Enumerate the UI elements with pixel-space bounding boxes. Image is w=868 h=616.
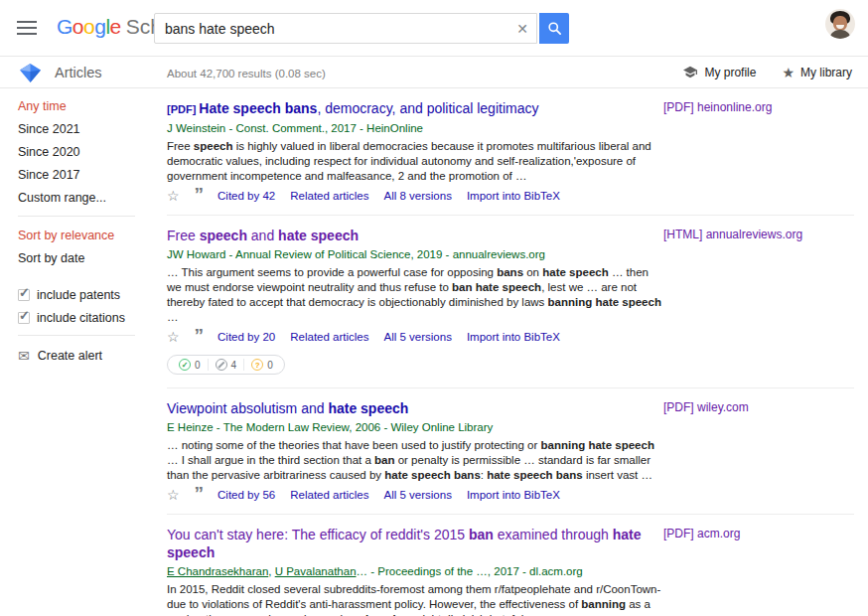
my-library-label: My library: [800, 66, 852, 79]
cited-by-link[interactable]: Cited by 20: [217, 331, 275, 343]
all-versions-link[interactable]: All 8 versions: [384, 190, 452, 202]
result-actions: ☆”Cited by 20Related articlesAll 5 versi…: [167, 331, 854, 343]
search-result: You can't stay here: The efficacy of red…: [167, 515, 854, 616]
result-side-link[interactable]: [HTML] annualreviews.org: [663, 228, 802, 241]
sidebar-divider: [18, 335, 135, 336]
search-input[interactable]: [165, 14, 507, 43]
result-side-link[interactable]: [PDF] heinonline.org: [663, 100, 772, 114]
sidebar-filter-since-2017[interactable]: Since 2017: [18, 168, 147, 183]
google-logo-letters: Google: [57, 15, 121, 38]
search-box: ✕: [154, 13, 537, 44]
checkbox-icon: ✓: [18, 312, 30, 324]
related-articles-link[interactable]: Related articles: [290, 489, 368, 501]
result-title[interactable]: Viewpoint absolutism and hate speech: [167, 399, 663, 417]
result-snippet: In 2015, Reddit closed several subreddit…: [167, 582, 663, 616]
my-profile-label: My profile: [704, 66, 756, 79]
search-icon: [547, 21, 562, 36]
sidebar-sort-sort-by-date[interactable]: Sort by date: [18, 251, 147, 266]
sidebar-filter-since-2020[interactable]: Since 2020: [18, 145, 147, 160]
create-alert-button[interactable]: ✉ Create alert: [18, 348, 147, 364]
result-snippet: … noting some of the theories that have …: [167, 438, 663, 483]
avatar-body: [829, 30, 851, 39]
my-profile-link[interactable]: My profile: [682, 65, 756, 80]
scite-badge[interactable]: ✓04?0: [167, 355, 285, 375]
result-authors[interactable]: E Heinze - The Modern Law Review, 2006 -…: [167, 420, 663, 435]
sidebar-sort-sort-by-relevance[interactable]: Sort by relevance: [18, 229, 147, 243]
result-actions: ☆”Cited by 56Related articlesAll 5 versi…: [167, 489, 854, 501]
search-result: Free speech and hate speechJW Howard - A…: [167, 216, 854, 388]
results-list: [PDF]Hate speech bans, democracy, and po…: [167, 88, 854, 616]
toggle-include-patents[interactable]: ✓include patents: [18, 288, 147, 302]
results-stats: About 42,700 results (0.08 sec): [167, 68, 326, 79]
create-alert-label: Create alert: [38, 349, 102, 363]
sidebar-filter-since-2021[interactable]: Since 2021: [18, 122, 147, 137]
side-link-tag: [PDF]: [663, 100, 694, 114]
scite-contrasting-icon: ?: [251, 359, 263, 371]
date-filters: Any timeSince 2021Since 2020Since 2017Cu…: [18, 99, 147, 206]
sidebar-divider: [18, 216, 135, 217]
toggle-label: include patents: [37, 288, 120, 302]
scholar-gem-icon[interactable]: [20, 64, 41, 82]
graduation-cap-icon: [682, 66, 698, 79]
result-snippet: Free speech is highly valued in liberal …: [167, 139, 663, 184]
pdf-tag: [PDF]: [167, 103, 196, 115]
checkmark-icon: ✓: [19, 308, 30, 323]
side-link-tag: [PDF]: [663, 400, 694, 414]
save-star-icon[interactable]: ☆: [167, 190, 180, 202]
save-star-icon[interactable]: ☆: [167, 489, 180, 501]
result-authors[interactable]: JW Howard - Annual Review of Political S…: [167, 247, 663, 262]
save-star-icon[interactable]: ☆: [167, 331, 180, 343]
star-filled-icon: ★: [782, 65, 795, 80]
search-result: [PDF]Hate speech bans, democracy, and po…: [167, 88, 854, 216]
import-bibtex-link[interactable]: Import into BibTeX: [467, 190, 560, 202]
result-authors[interactable]: J Weinstein - Const. Comment., 2017 - He…: [167, 121, 663, 136]
scite-segment: 4: [209, 359, 245, 371]
result-title[interactable]: Free speech and hate speech: [167, 227, 663, 244]
result-snippet: … This argument seems to provide a power…: [167, 265, 663, 325]
result-actions: ☆”Cited by 42Related articlesAll 8 versi…: [167, 190, 854, 202]
import-bibtex-link[interactable]: Import into BibTeX: [467, 489, 560, 501]
top-header: GoogleScholar ✕: [0, 0, 868, 57]
toggle-label: include citations: [37, 311, 125, 325]
include-toggles: ✓include patents✓include citations: [18, 288, 147, 325]
cited-by-link[interactable]: Cited by 42: [217, 190, 275, 202]
cite-quotes-icon[interactable]: ”: [195, 332, 204, 343]
scholar-results-page: GoogleScholar ✕ Articles About 42,700 re…: [0, 0, 868, 616]
checkmark-icon: ✓: [19, 285, 30, 300]
avatar[interactable]: [825, 9, 855, 39]
envelope-icon: ✉: [18, 348, 30, 364]
related-articles-link[interactable]: Related articles: [290, 331, 368, 343]
sub-header: Articles About 42,700 results (0.08 sec)…: [0, 58, 868, 88]
scite-mentioning-icon: [216, 359, 227, 371]
result-title[interactable]: [PDF]Hate speech bans, democracy, and po…: [167, 99, 663, 118]
scite-supporting-icon: ✓: [179, 359, 191, 371]
search-result: Viewpoint absolutism and hate speechE He…: [167, 388, 854, 515]
tab-articles[interactable]: Articles: [55, 65, 102, 80]
import-bibtex-link[interactable]: Import into BibTeX: [467, 331, 560, 343]
all-versions-link[interactable]: All 5 versions: [384, 489, 452, 501]
hamburger-icon[interactable]: [17, 21, 37, 35]
scite-segment: ?0: [244, 359, 280, 371]
scite-count: 0: [195, 360, 201, 371]
scite-segment: ✓0: [172, 359, 209, 371]
search-button[interactable]: [539, 13, 569, 44]
sort-options: Sort by relevanceSort by date: [18, 229, 147, 266]
result-side-link[interactable]: [PDF] wiley.com: [663, 400, 749, 414]
related-articles-link[interactable]: Related articles: [290, 190, 368, 202]
checkbox-icon: ✓: [18, 289, 30, 301]
cite-quotes-icon[interactable]: ”: [195, 490, 204, 501]
cited-by-link[interactable]: Cited by 56: [217, 489, 275, 501]
sidebar-filter-any-time[interactable]: Any time: [18, 99, 147, 114]
sidebar-filter-custom-range-[interactable]: Custom range...: [18, 191, 147, 206]
result-title[interactable]: You can't stay here: The efficacy of red…: [167, 526, 663, 561]
clear-search-icon[interactable]: ✕: [516, 21, 528, 37]
scite-count: 0: [267, 360, 273, 371]
my-library-link[interactable]: ★ My library: [782, 65, 852, 80]
cite-quotes-icon[interactable]: ”: [195, 191, 204, 202]
result-side-link[interactable]: [PDF] acm.org: [663, 527, 740, 540]
all-versions-link[interactable]: All 5 versions: [384, 331, 452, 343]
filters-sidebar: Any timeSince 2021Since 2020Since 2017Cu…: [18, 99, 147, 364]
result-authors[interactable]: E Chandrasekharan, U Pavalanathan… - Pro…: [167, 564, 663, 579]
side-link-tag: [HTML]: [663, 228, 702, 241]
toggle-include-citations[interactable]: ✓include citations: [18, 311, 147, 325]
